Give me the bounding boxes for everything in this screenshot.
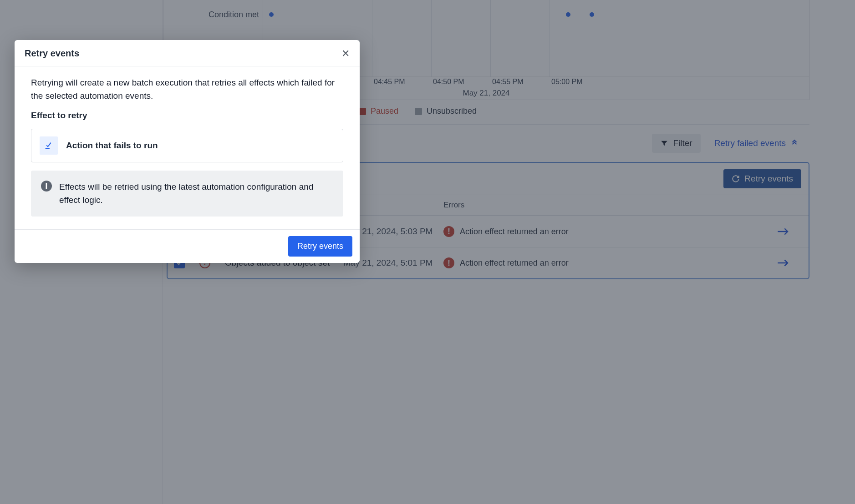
info-icon: i (41, 181, 52, 192)
effect-name: Action that fails to run (66, 141, 158, 151)
effect-to-retry-box: Action that fails to run (31, 129, 343, 162)
modal-info-callout: i Effects will be retried using the late… (31, 171, 343, 217)
modal-footer: Retry events (15, 229, 360, 263)
action-effect-icon (40, 136, 58, 155)
modal-description: Retrying will create a new batch executi… (31, 76, 343, 102)
effect-subheading: Effect to retry (31, 111, 343, 121)
modal-header: Retry events ✕ (15, 40, 360, 66)
close-icon: ✕ (341, 48, 350, 59)
retry-events-confirm-button[interactable]: Retry events (288, 236, 352, 257)
modal-title: Retry events (25, 48, 79, 59)
retry-events-modal: Retry events ✕ Retrying will create a ne… (15, 40, 360, 263)
modal-info-text: Effects will be retried using the latest… (59, 181, 333, 207)
close-button[interactable]: ✕ (341, 49, 350, 59)
modal-body: Retrying will create a new batch executi… (15, 66, 360, 229)
